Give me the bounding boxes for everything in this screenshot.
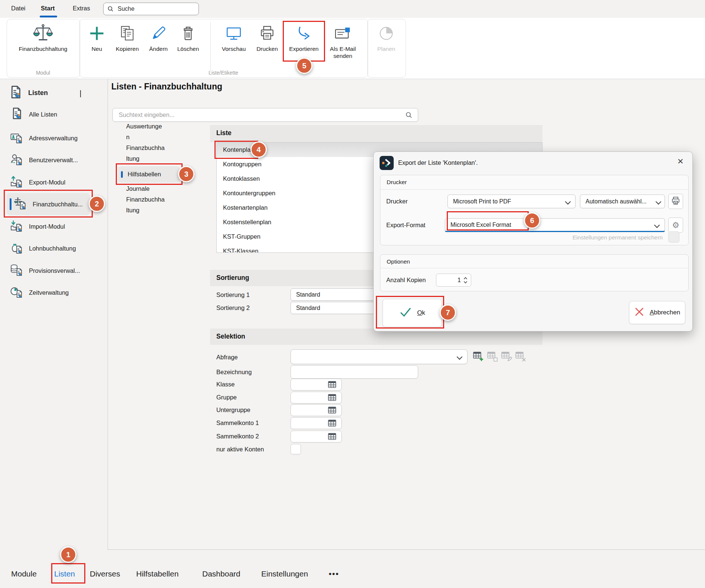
list-search[interactable] (112, 108, 418, 122)
persist-settings-checkbox (668, 231, 679, 242)
format-settings-button[interactable]: ⚙ (668, 218, 683, 233)
menu-start[interactable]: Start (41, 5, 55, 12)
vorschau-button[interactable]: Vorschau (217, 22, 250, 52)
abbrechen-button[interactable]: Abbrechen (629, 301, 685, 324)
liste-section-bar: Liste (210, 125, 542, 142)
anzahl-kopien-stepper[interactable]: 1 (436, 274, 471, 287)
table-lookup-icon[interactable] (328, 393, 337, 402)
app-search[interactable] (103, 3, 199, 15)
page-title: Listen - Finanzbuchhaltung (111, 82, 222, 92)
table-lookup-icon[interactable] (328, 380, 337, 389)
close-icon[interactable]: ✕ (677, 157, 684, 166)
clock-icon (10, 285, 24, 300)
group-separator (210, 22, 211, 74)
persist-settings-label: Einstellungen permanent speichern (573, 234, 663, 241)
untergruppe-label: Untergruppe (216, 406, 250, 414)
table-lookup-icon[interactable] (328, 419, 337, 427)
finanzbuchhaltung-button[interactable]: Finanzbuchhaltung (13, 22, 73, 52)
doc-list-icon (10, 107, 24, 122)
abfrage-label: Abfrage (216, 354, 238, 361)
step-badge-3: 3 (178, 166, 194, 182)
printer-icon (671, 196, 681, 207)
step-badge-2: 2 (89, 196, 105, 212)
category-auswertungen[interactable]: Auswertunge (126, 123, 162, 130)
step-highlight-7 (376, 296, 444, 329)
bezeichnung-input[interactable] (291, 365, 418, 379)
neu-button[interactable]: Neu (86, 22, 108, 52)
printer-settings-button[interactable] (668, 194, 683, 209)
sidebar-item-alle-listen[interactable]: Alle Listen (10, 107, 57, 122)
query-add-button[interactable] (472, 350, 485, 362)
step-badge-1: 1 (60, 546, 76, 563)
abfrage-dropdown[interactable] (291, 349, 468, 364)
aendern-button[interactable]: Ändern (145, 22, 171, 52)
copy-icon (119, 22, 136, 45)
step-badge-4: 4 (250, 141, 267, 158)
step-highlight-3 (116, 163, 183, 185)
bottom-tab-dashboard[interactable]: Dashboard (202, 569, 240, 578)
pencil-icon (150, 22, 167, 45)
nur-aktive-konten-checkbox[interactable] (291, 444, 301, 454)
step-highlight-2 (4, 190, 93, 218)
category-auswertungen-line2[interactable]: n (126, 134, 129, 141)
plus-icon (88, 22, 105, 45)
trash-icon (180, 22, 197, 45)
step-highlight-6 (447, 211, 529, 231)
sidebar-item-benutzerverwaltung[interactable]: Benutzerverwalt... (10, 152, 78, 168)
category-journale-line3[interactable]: ltung (126, 207, 140, 214)
sidebar-item-import-modul[interactable]: Import-Modul (10, 219, 65, 234)
bottom-tab-module[interactable]: Module (11, 569, 37, 578)
x-icon (634, 307, 645, 318)
category-auswertungen-line4[interactable]: ltung (126, 155, 140, 162)
sidebar-item-lohnbuchhaltung[interactable]: Lohnbuchhaltung (10, 241, 76, 256)
stepper-arrows-icon[interactable] (463, 276, 468, 284)
modul-group-label: Modul (7, 70, 79, 76)
klasse-label: Klasse (216, 381, 235, 388)
printer-icon (259, 22, 276, 45)
sidebar-item-adressverwaltung[interactable]: Adressverwaltung (10, 130, 78, 146)
table-lookup-icon[interactable] (328, 432, 337, 441)
database-icon (10, 263, 24, 278)
search-icon (405, 111, 413, 119)
menu-extras[interactable]: Extras (73, 5, 90, 12)
category-journale-line2[interactable]: Finanzbuchha (126, 196, 165, 203)
list-search-input[interactable] (118, 111, 405, 119)
drucker-label: Drucker (386, 198, 408, 205)
step-badge-5: 5 (296, 58, 312, 74)
category-journale[interactable]: Journale (126, 185, 150, 192)
app-logo-icon (380, 156, 394, 172)
bottom-tab-more[interactable]: ••• (329, 569, 339, 578)
category-auswertungen-line3[interactable]: Finanzbuchha (126, 144, 165, 151)
drucker-dropdown[interactable]: Microsoft Print to PDF (447, 195, 576, 208)
query-delete-button (514, 350, 527, 362)
optionen-group: Optionen (380, 254, 689, 291)
step-badge-7: 7 (440, 304, 456, 321)
bottom-tab-einstellungen[interactable]: Einstellungen (261, 569, 308, 578)
menu-datei[interactable]: Datei (11, 5, 26, 12)
kopieren-button[interactable]: Kopieren (111, 22, 143, 52)
papierzufuhr-dropdown[interactable]: Automatisch auswähl... (580, 195, 665, 208)
bezeichnung-label: Bezeichnung (216, 369, 252, 376)
sidebar-item-provisionsverwaltung[interactable]: Provisionsverwal... (10, 263, 80, 278)
sammelkonto1-label: Sammelkonto 1 (216, 419, 259, 427)
planen-button: Planen (372, 22, 401, 52)
bottom-tab-diverses[interactable]: Diverses (90, 569, 120, 578)
loeschen-button[interactable]: Löschen (174, 22, 203, 52)
sidebar-item-zeitverwaltung[interactable]: Zeitverwaltung (10, 285, 69, 300)
active-tab-underline (40, 16, 57, 17)
table-lookup-icon[interactable] (328, 406, 337, 414)
sidebar-item-export-modul[interactable]: Export-Modul (10, 174, 65, 190)
user-icon (10, 153, 24, 167)
search-input[interactable] (117, 5, 195, 13)
sidebar-collapse-chevron[interactable] (80, 90, 81, 97)
drucken-button[interactable]: Drucken (254, 22, 281, 52)
bottom-tab-hilfstabellen[interactable]: Hilfstabellen (136, 569, 178, 578)
monitor-icon (225, 22, 242, 45)
export-tray-icon (10, 175, 24, 190)
listen-doc-icon (9, 85, 23, 101)
dialog-title: Export der Liste 'Kontenplan'. (398, 159, 478, 166)
query-edit-button (500, 350, 513, 362)
address-card-icon (10, 131, 24, 146)
als-email-senden-button[interactable]: Als E-Mailsenden (327, 22, 359, 59)
liste-etikette-group-label: Liste/Etikette (79, 70, 367, 76)
